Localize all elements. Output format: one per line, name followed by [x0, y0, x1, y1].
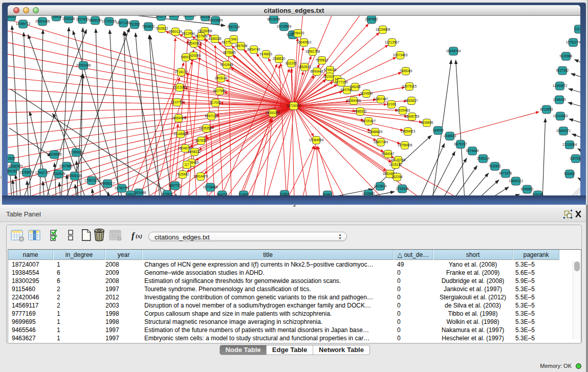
svg-text:10025433: 10025433 [396, 108, 410, 112]
svg-text:1938923: 1938923 [444, 134, 456, 138]
svg-text:98903: 98903 [181, 55, 190, 59]
svg-text:8813054: 8813054 [268, 17, 280, 21]
svg-text:15720407: 15720407 [361, 119, 376, 123]
svg-text:10654112: 10654112 [509, 179, 523, 183]
svg-text:15751074: 15751074 [566, 40, 580, 44]
svg-text:6479197: 6479197 [454, 142, 467, 146]
svg-text:7663822: 7663822 [142, 25, 155, 28]
svg-text:10807487: 10807487 [374, 97, 388, 101]
svg-text:1615132: 1615132 [389, 163, 402, 166]
svg-text:546: 546 [231, 37, 237, 41]
svg-text:1733426: 1733426 [396, 187, 409, 190]
svg-text:17016504: 17016504 [562, 143, 577, 146]
svg-text:739414: 739414 [51, 16, 62, 18]
svg-text:1164519: 1164519 [53, 172, 66, 176]
svg-text:16210643: 16210643 [553, 114, 568, 118]
svg-text:12942737: 12942737 [35, 171, 50, 174]
svg-text:14055712: 14055712 [16, 22, 31, 26]
svg-text:331074: 331074 [168, 16, 180, 17]
svg-text:2803144: 2803144 [215, 76, 228, 80]
svg-text:12505135: 12505135 [68, 174, 82, 178]
svg-text:1362615: 1362615 [298, 65, 311, 69]
svg-text:9463627: 9463627 [405, 99, 418, 102]
svg-text:10973493: 10973493 [393, 53, 408, 57]
svg-text:6498222: 6498222 [188, 150, 201, 154]
svg-text:16543382: 16543382 [187, 41, 202, 45]
svg-text:9639695: 9639695 [421, 121, 433, 124]
svg-text:9777169: 9777169 [335, 80, 348, 84]
svg-text:16671355: 16671355 [116, 21, 131, 25]
svg-text:16782759: 16782759 [115, 186, 129, 190]
svg-text:20364436: 20364436 [346, 99, 361, 102]
svg-text:16640910: 16640910 [297, 40, 312, 44]
svg-text:8912954: 8912954 [182, 32, 195, 35]
svg-text:10688609: 10688609 [368, 130, 383, 134]
svg-text:18724007: 18724007 [287, 104, 301, 107]
svg-text:1610755: 1610755 [171, 100, 184, 104]
svg-text:16914479: 16914479 [193, 174, 208, 178]
svg-text:16154808: 16154808 [376, 28, 390, 31]
svg-text:12353594: 12353594 [199, 126, 214, 130]
svg-text:10719155: 10719155 [102, 19, 117, 23]
svg-text:917004: 917004 [210, 101, 221, 104]
svg-text:2087682: 2087682 [365, 17, 378, 21]
svg-text:19384554: 19384554 [309, 138, 324, 142]
svg-text:9227342: 9227342 [556, 69, 569, 72]
svg-text:2718170: 2718170 [175, 70, 188, 74]
svg-text:2867608: 2867608 [235, 44, 248, 48]
svg-text:1527602: 1527602 [76, 17, 89, 21]
svg-text:1065326: 1065326 [62, 17, 75, 20]
svg-text:905174: 905174 [156, 16, 167, 18]
svg-text:2935114: 2935114 [477, 157, 490, 160]
svg-text:16648764: 16648764 [446, 49, 461, 53]
svg-text:1244419: 1244419 [553, 98, 566, 101]
svg-text:9146821: 9146821 [260, 52, 273, 56]
svg-text:1588520: 1588520 [273, 57, 286, 60]
svg-text:12975115: 12975115 [402, 84, 417, 88]
svg-text:62160: 62160 [387, 102, 396, 106]
svg-text:6466160: 6466160 [89, 18, 102, 22]
svg-text:9474444: 9474444 [466, 149, 479, 152]
svg-text:12093872: 12093872 [553, 84, 568, 87]
svg-text:10958117: 10958117 [100, 182, 115, 185]
svg-text:9457791: 9457791 [169, 184, 182, 187]
svg-text:23975867: 23975867 [59, 164, 74, 168]
svg-text:8427552: 8427552 [213, 89, 226, 93]
svg-text:20206575: 20206575 [47, 152, 62, 156]
svg-text:8186328: 8186328 [209, 37, 222, 40]
svg-text:7663822: 7663822 [156, 27, 168, 30]
svg-text:746266: 746266 [350, 85, 361, 89]
svg-text:20053346: 20053346 [76, 63, 91, 67]
svg-text:12213383: 12213383 [172, 85, 187, 89]
svg-text:18807249: 18807249 [374, 140, 388, 144]
svg-text:7625402: 7625402 [177, 172, 189, 176]
svg-text:11173: 11173 [575, 27, 580, 31]
svg-text:9084067: 9084067 [382, 152, 395, 156]
svg-text:8960124: 8960124 [169, 30, 182, 33]
svg-text:3624554: 3624554 [360, 92, 373, 95]
svg-text:17957225: 17957225 [84, 179, 99, 182]
svg-text:1935882: 1935882 [362, 192, 375, 195]
svg-text:16961758: 16961758 [306, 50, 320, 53]
svg-text:113302: 113302 [8, 157, 15, 160]
svg-text:252254: 252254 [391, 175, 403, 179]
svg-text:15692971: 15692971 [556, 129, 571, 133]
svg-text:1096419: 1096419 [292, 31, 304, 35]
svg-text:6794028: 6794028 [324, 68, 337, 72]
svg-text:920452: 920452 [564, 172, 575, 176]
svg-text:f: f [132, 231, 136, 240]
svg-text:887833: 887833 [195, 139, 207, 142]
svg-text:7632621: 7632621 [489, 164, 502, 168]
svg-text:1167534: 1167534 [570, 157, 580, 160]
svg-text:15716485: 15716485 [203, 185, 218, 189]
svg-text:9827503: 9827503 [195, 34, 208, 38]
svg-text:8454749: 8454749 [248, 48, 260, 51]
svg-text:19756928: 19756928 [398, 143, 412, 147]
svg-text:7857224: 7857224 [227, 25, 240, 29]
svg-text:9245652: 9245652 [521, 187, 534, 191]
svg-text:39159: 39159 [8, 169, 17, 173]
svg-text:1413614: 1413614 [374, 184, 387, 188]
svg-text:19654925: 19654925 [171, 116, 186, 120]
svg-text:17359924: 17359924 [69, 150, 84, 154]
svg-text:16033809: 16033809 [208, 18, 223, 22]
